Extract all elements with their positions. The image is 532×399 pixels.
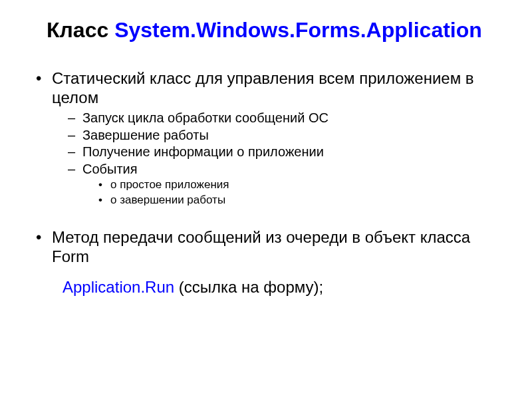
bullet-list: Статический класс для управления всем пр… bbox=[33, 69, 499, 208]
list-item: о завершении работы bbox=[96, 193, 499, 208]
list-item: Запуск цикла обработки сообщений ОС bbox=[65, 110, 499, 127]
slide: Класс System.Windows.Forms.Application С… bbox=[0, 0, 532, 399]
sub-list: Запуск цикла обработки сообщений ОС Заве… bbox=[52, 110, 499, 208]
code-arg: (ссылка на форму); bbox=[179, 278, 323, 296]
code-line: Application.Run (ссылка на форму); bbox=[33, 278, 499, 297]
bullet-text: Запуск цикла обработки сообщений ОС bbox=[82, 110, 329, 125]
code-call: Application.Run bbox=[63, 278, 179, 296]
bullet-text: Статический класс для управления всем пр… bbox=[52, 69, 474, 106]
list-item: Метод передачи сообщений из очереди в об… bbox=[33, 228, 499, 266]
spacer bbox=[33, 212, 499, 228]
bullet-text: События bbox=[82, 162, 138, 176]
bullet-text: Получение информации о приложении bbox=[82, 144, 324, 159]
bullet-text: Завершение работы bbox=[82, 128, 209, 142]
title-prefix: Класс bbox=[47, 18, 114, 42]
bullet-text: о завершении работы bbox=[110, 194, 225, 206]
list-item: Статический класс для управления всем пр… bbox=[33, 69, 499, 208]
list-item: Получение информации о приложении bbox=[65, 144, 499, 161]
list-item: События о простое приложения о завершени… bbox=[65, 161, 499, 208]
sub-sub-list: о простое приложения о завершении работы bbox=[82, 178, 499, 208]
list-item: о простое приложения bbox=[96, 178, 499, 193]
slide-title: Класс System.Windows.Forms.Application bbox=[33, 17, 499, 43]
bullet-list: Метод передачи сообщений из очереди в об… bbox=[33, 228, 499, 266]
list-item: Завершение работы bbox=[65, 127, 499, 144]
bullet-text: Метод передачи сообщений из очереди в об… bbox=[52, 228, 470, 265]
bullet-text: о простое приложения bbox=[110, 178, 229, 191]
title-classname: System.Windows.Forms.Application bbox=[114, 18, 482, 42]
